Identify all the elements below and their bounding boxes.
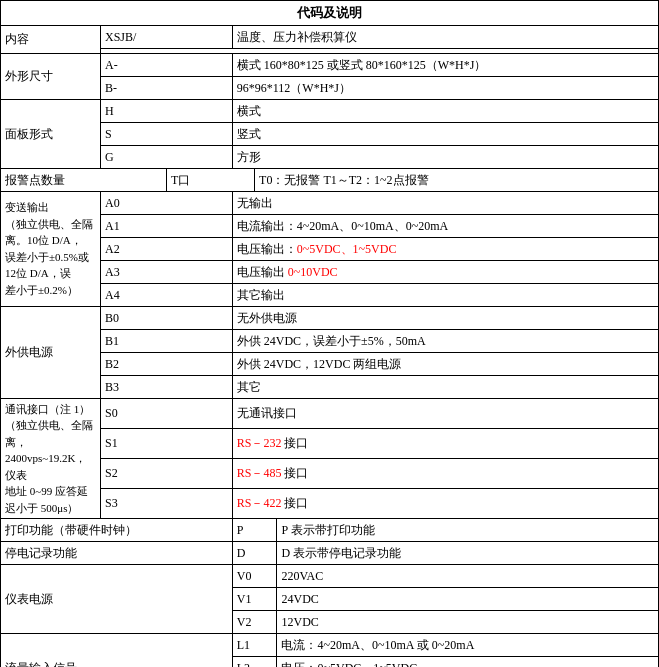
panel-g-code: G	[101, 145, 233, 168]
power-b0-row: 外供电源 B0 无外供电源	[1, 306, 659, 329]
record-code: D	[232, 542, 277, 565]
record-row: 停电记录功能 D D 表示带停电记录功能	[1, 542, 659, 565]
panel-h-row: 面板形式 H 横式	[1, 99, 659, 122]
record-label: 停电记录功能	[1, 542, 233, 565]
xsjb-desc: 温度、压力补偿积算仪	[232, 25, 658, 48]
comm-s1-code: S1	[101, 428, 233, 458]
dim-a-row: 外形尺寸 A- 横式 160*80*125 或竖式 80*160*125（W*H…	[1, 53, 659, 76]
panel-h-code: H	[101, 99, 233, 122]
print-label: 打印功能（带硬件时钟）	[1, 519, 233, 542]
power-b1-desc: 外供 24VDC，误差小于±5%，50mA	[232, 329, 658, 352]
power-label: 外供电源	[1, 306, 101, 398]
flow-l1-code: L1	[232, 634, 277, 657]
comm-s2-code: S2	[101, 458, 233, 488]
alarm-code: T口	[166, 168, 254, 191]
comm-s2-desc: RS－485 接口	[232, 458, 658, 488]
dim-a-desc: 横式 160*80*125 或竖式 80*160*125（W*H*J）	[232, 53, 658, 76]
transmit-label: 变送输出 （独立供电、全隔离。10位 D/A， 误差小于±0.5%或 12位 D…	[1, 191, 101, 306]
flow-l2-desc: 电压：0~5VDC、1~5VDC	[277, 657, 659, 668]
comm-s0-row: 通讯接口（注 1） （独立供电、全隔离，2400vps~19.2K，仪表 地址 …	[1, 398, 659, 428]
alarm-row: 报警点数量 T口 T0：无报警 T1～T2：1~2点报警	[1, 168, 659, 191]
transmit-a4-desc: 其它输出	[232, 283, 658, 306]
main-table: 代码及说明 内容 XSJB/ 温度、压力补偿积算仪 外形尺寸 A- 横式 160…	[0, 0, 659, 667]
comm-s3-code: S3	[101, 488, 233, 518]
power-b0-code: B0	[101, 306, 233, 329]
dim-label: 外形尺寸	[1, 53, 101, 99]
flow-l1-desc: 电流：4~20mA、0~10mA 或 0~20mA	[277, 634, 659, 657]
panel-s-code: S	[101, 122, 233, 145]
dim-b-desc: 96*96*112（W*H*J）	[232, 76, 658, 99]
transmit-a4-code: A4	[101, 283, 233, 306]
alarm-desc: T0：无报警 T1～T2：1~2点报警	[255, 168, 659, 191]
power-b1-code: B1	[101, 329, 233, 352]
comm-s3-desc: RS－422 接口	[232, 488, 658, 518]
transmit-a1-desc: 电流输出：4~20mA、0~10mA、0~20mA	[232, 214, 658, 237]
comm-s0-desc: 无通讯接口	[232, 398, 658, 428]
record-desc: D 表示带停电记录功能	[277, 542, 659, 565]
flow-l1-row: 流量输入信号 L1 电流：4~20mA、0~10mA 或 0~20mA	[1, 634, 659, 657]
comm-s0-code: S0	[101, 398, 233, 428]
panel-g-desc: 方形	[232, 145, 658, 168]
power-b2-desc: 外供 24VDC，12VDC 两组电源	[232, 352, 658, 375]
transmit-a3-desc: 电压输出 0~10VDC	[232, 260, 658, 283]
transmit-a3-code: A3	[101, 260, 233, 283]
meter-power-label: 仪表电源	[1, 565, 233, 634]
table-title: 代码及说明	[1, 1, 659, 26]
panel-label: 面板形式	[1, 99, 101, 168]
comm-s1-desc: RS－232 接口	[232, 428, 658, 458]
transmit-a2-code: A2	[101, 237, 233, 260]
transmit-a2-desc: 电压输出：0~5VDC、1~5VDC	[232, 237, 658, 260]
panel-s-desc: 竖式	[232, 122, 658, 145]
meter-v2-desc: 12VDC	[277, 611, 659, 634]
panel-h-desc: 横式	[232, 99, 658, 122]
xsjb-code: XSJB/	[101, 25, 233, 48]
transmit-a0-row: 变送输出 （独立供电、全隔离。10位 D/A， 误差小于±0.5%或 12位 D…	[1, 191, 659, 214]
transmit-a1-code: A1	[101, 214, 233, 237]
flow-l2-code: L2	[232, 657, 277, 668]
meter-power-v0-row: 仪表电源 V0 220VAC	[1, 565, 659, 588]
header-row: 代码及说明	[1, 1, 659, 26]
power-b2-code: B2	[101, 352, 233, 375]
meter-v0-desc: 220VAC	[277, 565, 659, 588]
print-row: 打印功能（带硬件时钟） P P 表示带打印功能	[1, 519, 659, 542]
meter-v0-code: V0	[232, 565, 277, 588]
print-desc: P 表示带打印功能	[277, 519, 659, 542]
power-b3-code: B3	[101, 375, 233, 398]
transmit-a0-code: A0	[101, 191, 233, 214]
print-code: P	[232, 519, 277, 542]
alarm-label: 报警点数量	[1, 168, 167, 191]
meter-v2-code: V2	[232, 611, 277, 634]
power-b3-desc: 其它	[232, 375, 658, 398]
content-row: 内容 XSJB/ 温度、压力补偿积算仪	[1, 25, 659, 48]
meter-v1-code: V1	[232, 588, 277, 611]
transmit-a0-desc: 无输出	[232, 191, 658, 214]
meter-v1-desc: 24VDC	[277, 588, 659, 611]
comm-label: 通讯接口（注 1） （独立供电、全隔离，2400vps~19.2K，仪表 地址 …	[1, 398, 101, 519]
flow-label: 流量输入信号	[1, 634, 233, 668]
power-b0-desc: 无外供电源	[232, 306, 658, 329]
content-label: 内容	[1, 25, 101, 53]
dim-b-code: B-	[101, 76, 233, 99]
dim-a-code: A-	[101, 53, 233, 76]
